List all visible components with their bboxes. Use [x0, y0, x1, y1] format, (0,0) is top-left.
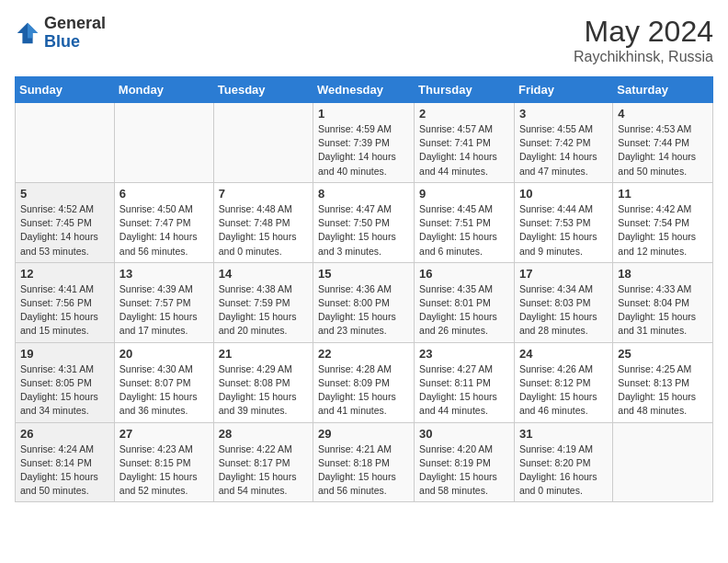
day-info: Sunrise: 4:25 AMSunset: 8:13 PMDaylight:…: [618, 362, 708, 419]
weekday-header-friday: Friday: [514, 77, 612, 103]
day-number: 5: [20, 187, 109, 201]
calendar-cell: 5Sunrise: 4:52 AMSunset: 7:45 PMDaylight…: [16, 182, 115, 262]
day-info: Sunrise: 4:35 AMSunset: 8:01 PMDaylight:…: [419, 282, 509, 339]
day-info: Sunrise: 4:39 AMSunset: 7:57 PMDaylight:…: [119, 282, 209, 339]
logo-icon: [15, 20, 40, 46]
day-info: Sunrise: 4:50 AMSunset: 7:47 PMDaylight:…: [119, 202, 209, 259]
calendar-cell: 18Sunrise: 4:33 AMSunset: 8:04 PMDayligh…: [613, 262, 713, 342]
day-number: 22: [318, 347, 409, 361]
day-info: Sunrise: 4:55 AMSunset: 7:42 PMDaylight:…: [519, 122, 608, 178]
day-info: Sunrise: 4:28 AMSunset: 8:09 PMDaylight:…: [318, 362, 409, 419]
day-number: 24: [519, 347, 608, 361]
day-info: Sunrise: 4:52 AMSunset: 7:45 PMDaylight:…: [20, 202, 109, 259]
calendar-cell: [613, 422, 713, 502]
calendar-week-row: 1Sunrise: 4:59 AMSunset: 7:39 PMDaylight…: [16, 103, 713, 183]
day-info: Sunrise: 4:44 AMSunset: 7:53 PMDaylight:…: [519, 202, 608, 259]
calendar-cell: 4Sunrise: 4:53 AMSunset: 7:44 PMDaylight…: [613, 103, 713, 183]
calendar-cell: 14Sunrise: 4:38 AMSunset: 7:59 PMDayligh…: [213, 262, 313, 342]
day-info: Sunrise: 4:31 AMSunset: 8:05 PMDaylight:…: [20, 362, 109, 419]
day-number: 4: [618, 107, 708, 121]
day-number: 11: [618, 187, 708, 201]
day-number: 30: [419, 427, 509, 441]
day-number: 8: [318, 187, 409, 201]
calendar-cell: [16, 103, 115, 183]
day-info: Sunrise: 4:24 AMSunset: 8:14 PMDaylight:…: [20, 442, 109, 499]
calendar-week-row: 12Sunrise: 4:41 AMSunset: 7:56 PMDayligh…: [16, 262, 713, 342]
weekday-header-sunday: Sunday: [16, 77, 115, 103]
day-info: Sunrise: 4:57 AMSunset: 7:41 PMDaylight:…: [419, 122, 509, 178]
logo-text: General Blue: [44, 15, 106, 52]
day-number: 16: [419, 267, 509, 281]
day-info: Sunrise: 4:34 AMSunset: 8:03 PMDaylight:…: [519, 282, 608, 339]
day-number: 15: [318, 267, 409, 281]
weekday-header-monday: Monday: [114, 77, 213, 103]
day-info: Sunrise: 4:21 AMSunset: 8:18 PMDaylight:…: [318, 442, 409, 499]
calendar-cell: 29Sunrise: 4:21 AMSunset: 8:18 PMDayligh…: [313, 422, 415, 502]
day-info: Sunrise: 4:59 AMSunset: 7:39 PMDaylight:…: [318, 122, 409, 178]
calendar-cell: 26Sunrise: 4:24 AMSunset: 8:14 PMDayligh…: [16, 422, 115, 502]
weekday-header-tuesday: Tuesday: [213, 77, 313, 103]
weekday-header-thursday: Thursday: [415, 77, 515, 103]
calendar-cell: 16Sunrise: 4:35 AMSunset: 8:01 PMDayligh…: [415, 262, 515, 342]
day-number: 14: [219, 267, 308, 281]
day-info: Sunrise: 4:42 AMSunset: 7:54 PMDaylight:…: [618, 202, 708, 259]
day-number: 19: [20, 347, 109, 361]
month-title: May 2024: [574, 15, 713, 49]
day-info: Sunrise: 4:29 AMSunset: 8:08 PMDaylight:…: [219, 362, 308, 419]
calendar-cell: 8Sunrise: 4:47 AMSunset: 7:50 PMDaylight…: [313, 182, 415, 262]
day-info: Sunrise: 4:19 AMSunset: 8:20 PMDaylight:…: [519, 442, 608, 499]
calendar-cell: 9Sunrise: 4:45 AMSunset: 7:51 PMDaylight…: [415, 182, 515, 262]
calendar-cell: 21Sunrise: 4:29 AMSunset: 8:08 PMDayligh…: [213, 342, 313, 422]
day-number: 20: [119, 347, 209, 361]
weekday-header-saturday: Saturday: [613, 77, 713, 103]
day-number: 3: [519, 107, 608, 121]
day-number: 25: [618, 347, 708, 361]
calendar-cell: 28Sunrise: 4:22 AMSunset: 8:17 PMDayligh…: [213, 422, 313, 502]
day-info: Sunrise: 4:53 AMSunset: 7:44 PMDaylight:…: [618, 122, 708, 178]
day-info: Sunrise: 4:33 AMSunset: 8:04 PMDaylight:…: [618, 282, 708, 339]
day-number: 9: [419, 187, 509, 201]
calendar-cell: 19Sunrise: 4:31 AMSunset: 8:05 PMDayligh…: [16, 342, 115, 422]
day-number: 26: [20, 427, 109, 441]
page-header: General Blue May 2024 Raychikhinsk, Russ…: [15, 15, 713, 65]
calendar-cell: 31Sunrise: 4:19 AMSunset: 8:20 PMDayligh…: [514, 422, 612, 502]
day-number: 29: [318, 427, 409, 441]
calendar-cell: 25Sunrise: 4:25 AMSunset: 8:13 PMDayligh…: [613, 342, 713, 422]
calendar-cell: 6Sunrise: 4:50 AMSunset: 7:47 PMDaylight…: [114, 182, 213, 262]
day-info: Sunrise: 4:48 AMSunset: 7:48 PMDaylight:…: [219, 202, 308, 259]
weekday-header-row: SundayMondayTuesdayWednesdayThursdayFrid…: [16, 77, 713, 103]
day-info: Sunrise: 4:30 AMSunset: 8:07 PMDaylight:…: [119, 362, 209, 419]
calendar-cell: 7Sunrise: 4:48 AMSunset: 7:48 PMDaylight…: [213, 182, 313, 262]
calendar-cell: 13Sunrise: 4:39 AMSunset: 7:57 PMDayligh…: [114, 262, 213, 342]
day-info: Sunrise: 4:26 AMSunset: 8:12 PMDaylight:…: [519, 362, 608, 419]
calendar-cell: 30Sunrise: 4:20 AMSunset: 8:19 PMDayligh…: [415, 422, 515, 502]
day-number: 23: [419, 347, 509, 361]
day-info: Sunrise: 4:45 AMSunset: 7:51 PMDaylight:…: [419, 202, 509, 259]
weekday-header-wednesday: Wednesday: [313, 77, 415, 103]
day-info: Sunrise: 4:20 AMSunset: 8:19 PMDaylight:…: [419, 442, 509, 499]
day-number: 21: [219, 347, 308, 361]
day-info: Sunrise: 4:36 AMSunset: 8:00 PMDaylight:…: [318, 282, 409, 339]
day-number: 10: [519, 187, 608, 201]
location: Raychikhinsk, Russia: [574, 49, 713, 65]
day-number: 7: [219, 187, 308, 201]
calendar-cell: 22Sunrise: 4:28 AMSunset: 8:09 PMDayligh…: [313, 342, 415, 422]
day-info: Sunrise: 4:23 AMSunset: 8:15 PMDaylight:…: [119, 442, 209, 499]
day-number: 18: [618, 267, 708, 281]
day-number: 17: [519, 267, 608, 281]
day-number: 13: [119, 267, 209, 281]
calendar-cell: [114, 103, 213, 183]
calendar-cell: 3Sunrise: 4:55 AMSunset: 7:42 PMDaylight…: [514, 103, 612, 183]
calendar-cell: 23Sunrise: 4:27 AMSunset: 8:11 PMDayligh…: [415, 342, 515, 422]
day-info: Sunrise: 4:27 AMSunset: 8:11 PMDaylight:…: [419, 362, 509, 419]
day-info: Sunrise: 4:38 AMSunset: 7:59 PMDaylight:…: [219, 282, 308, 339]
logo: General Blue: [15, 15, 106, 52]
calendar-table: SundayMondayTuesdayWednesdayThursdayFrid…: [15, 76, 713, 502]
calendar-cell: 17Sunrise: 4:34 AMSunset: 8:03 PMDayligh…: [514, 262, 612, 342]
title-block: May 2024 Raychikhinsk, Russia: [574, 15, 713, 65]
calendar-cell: 15Sunrise: 4:36 AMSunset: 8:00 PMDayligh…: [313, 262, 415, 342]
calendar-cell: 11Sunrise: 4:42 AMSunset: 7:54 PMDayligh…: [613, 182, 713, 262]
day-number: 2: [419, 107, 509, 121]
day-info: Sunrise: 4:22 AMSunset: 8:17 PMDaylight:…: [219, 442, 308, 499]
calendar-week-row: 26Sunrise: 4:24 AMSunset: 8:14 PMDayligh…: [16, 422, 713, 502]
